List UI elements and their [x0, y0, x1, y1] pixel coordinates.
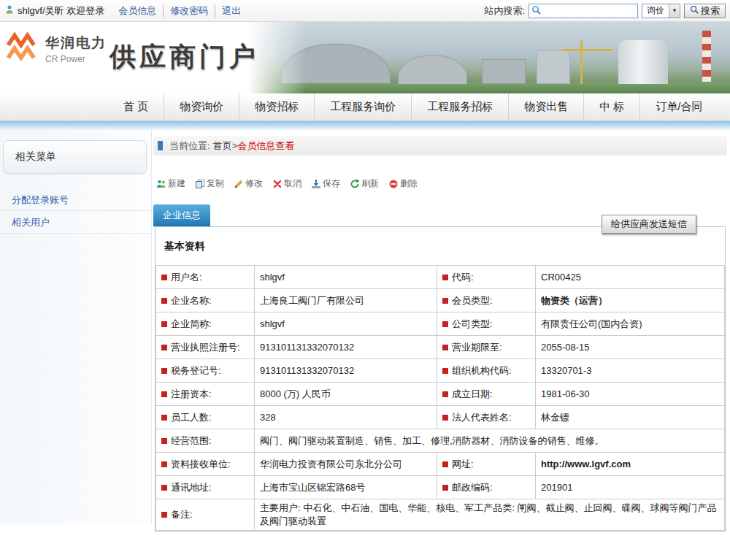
site-search-label: 站内搜索:: [484, 4, 525, 18]
sidebar-title: 相关菜单: [3, 140, 147, 174]
save-button[interactable]: 保存: [311, 177, 340, 190]
company-profile-table: 用户名: shlgvf 代码: CR00425 企业名称: 上海良工阀门厂有限公…: [155, 265, 725, 531]
main-content: 当前位置: 首页 > 会员信息查看 新建 复制 修改: [152, 130, 730, 523]
field-value: 主要用户: 中石化、中石油、国电、华能、核电、军工产品类: 闸阀、截止阀、止回阀…: [255, 499, 725, 531]
breadcrumb-home-link[interactable]: 首页: [213, 139, 232, 153]
new-button[interactable]: 新建: [156, 177, 185, 190]
table-row: 员工人数: 328 法人代表姓名: 林金镖: [156, 406, 725, 429]
field-label: 资料接收单位:: [156, 453, 255, 476]
nav-service-inquiry[interactable]: 工程服务询价: [314, 93, 411, 120]
sidebar: 相关菜单 分配登录账号 相关用户: [0, 130, 152, 523]
field-value: 华润电力投资有限公司东北分公司: [255, 453, 437, 476]
bullet-icon: [161, 321, 167, 327]
field-value: 2055-08-15: [536, 336, 725, 359]
field-label: 会员类型:: [437, 289, 536, 312]
breadcrumb-separator: >: [232, 140, 238, 151]
search-button-icon: [690, 5, 699, 16]
copy-button[interactable]: 复制: [195, 177, 224, 190]
banner-photo: [248, 22, 730, 93]
nav-orders-contracts[interactable]: 订单/合同: [639, 93, 718, 120]
delete-button[interactable]: 删除: [388, 177, 418, 190]
search-icon: [531, 5, 541, 17]
refresh-label: 刷新: [361, 177, 379, 190]
tab-company-info[interactable]: 企业信息: [153, 204, 210, 226]
field-value: http://www.lgvf.com: [536, 453, 725, 476]
logout-link[interactable]: 退出: [215, 4, 247, 18]
top-links: 会员信息 修改密码 退出: [112, 4, 247, 18]
field-value: 913101131332070132: [255, 359, 437, 383]
nav-material-tender[interactable]: 物资招标: [239, 93, 314, 120]
field-label: 通讯地址:: [156, 476, 255, 499]
search-button[interactable]: 搜索: [684, 4, 726, 18]
copy-icon: [195, 179, 205, 189]
refresh-icon: [350, 179, 360, 189]
breadcrumb-current-link[interactable]: 会员信息查看: [237, 139, 294, 153]
edit-button[interactable]: 修改: [234, 177, 263, 190]
bullet-icon: [442, 461, 448, 467]
copy-label: 复制: [207, 177, 224, 190]
field-label: 邮政编码:: [437, 476, 536, 499]
field-value: CR00425: [536, 266, 725, 289]
save-label: 保存: [323, 177, 340, 190]
field-label: 法人代表姓名:: [437, 406, 536, 429]
bullet-icon: [442, 485, 448, 491]
cancel-icon: [272, 179, 283, 189]
photo-building: [482, 59, 526, 84]
user-icon: [4, 4, 15, 17]
nav-home[interactable]: 首 页: [108, 93, 164, 120]
photo-building-2: [537, 50, 570, 84]
edit-label: 修改: [245, 177, 263, 190]
edit-icon: [234, 179, 244, 189]
company-logo: 华润电力 CR Power: [6, 32, 107, 66]
bullet-icon: [442, 321, 448, 327]
bullet-icon: [442, 298, 448, 304]
photo-crane-arm: [562, 49, 613, 51]
refresh-button[interactable]: 刷新: [350, 177, 379, 190]
field-value: 13320701-3: [536, 359, 725, 383]
cancel-label: 取消: [284, 177, 301, 190]
nav-award[interactable]: 中 标: [583, 93, 639, 120]
photo-plant-hall-2: [398, 55, 467, 84]
section-title: 基本资料: [164, 240, 725, 253]
site-search-input[interactable]: [541, 5, 635, 17]
sidebar-item-assign-account[interactable]: 分配登录账号: [0, 188, 151, 211]
bullet-icon: [442, 368, 448, 374]
table-row: 经营范围: 阀门、阀门驱动装置制造、销售、加工、修理,消防器材、消防设备的销售、…: [156, 429, 725, 453]
bullet-icon: [442, 345, 448, 350]
table-row: 企业简称: shlgvf 公司类型: 有限责任公司(国内合资): [156, 312, 725, 336]
table-row: 备注: 主要用户: 中石化、中石油、国电、华能、核电、军工产品类: 闸阀、截止阀…: [156, 499, 725, 531]
company-info-panel: 基本资料 用户名: shlgvf 代码: CR00425 企业名称: 上海良工阀…: [155, 226, 726, 532]
cancel-button[interactable]: 取消: [272, 177, 301, 190]
field-label: 用户名:: [156, 266, 255, 289]
field-value: 913101131332070132: [255, 336, 437, 359]
photo-chimney: [702, 31, 711, 82]
photo-crane: [580, 40, 583, 84]
save-icon: [311, 179, 321, 189]
table-row: 通讯地址: 上海市宝山区锦宏路68号 邮政编码: 201901: [156, 476, 725, 499]
search-category-select[interactable]: 询价 ▼: [642, 4, 680, 18]
field-value: 物资类（运营）: [536, 289, 725, 312]
sidebar-item-related-users[interactable]: 相关用户: [0, 211, 151, 234]
nav-service-tender[interactable]: 工程服务招标: [411, 93, 508, 120]
new-icon: [156, 179, 166, 189]
table-row: 税务登记号: 913101131332070132 组织机构代码: 133207…: [156, 359, 725, 383]
field-value: 上海市宝山区锦宏路68号: [255, 476, 437, 499]
bullet-icon: [161, 415, 167, 421]
bullet-icon: [161, 512, 167, 518]
portal-title: 供应商门户: [110, 39, 259, 75]
field-label: 代码:: [437, 266, 536, 289]
nav-material-inquiry[interactable]: 物资询价: [164, 93, 239, 120]
record-toolbar: 新建 复制 修改 取消 保存: [156, 177, 727, 190]
change-password-link[interactable]: 修改密码: [163, 4, 215, 18]
field-label: 网址:: [437, 453, 536, 476]
field-label: 组织机构代码:: [437, 359, 536, 383]
photo-ground: [248, 83, 730, 93]
field-label: 营业执照注册号:: [156, 336, 255, 359]
member-info-link[interactable]: 会员信息: [112, 4, 163, 18]
logo-name-cn: 华润电力: [45, 34, 107, 53]
table-row: 营业执照注册号: 913101131332070132 营业期限至: 2055-…: [156, 336, 725, 359]
nav-material-sale[interactable]: 物资出售: [508, 93, 583, 120]
bullet-icon: [161, 275, 167, 280]
send-sms-button[interactable]: 给供应商发送短信: [602, 215, 696, 234]
table-row: 企业名称: 上海良工阀门厂有限公司 会员类型: 物资类（运营）: [156, 289, 725, 312]
